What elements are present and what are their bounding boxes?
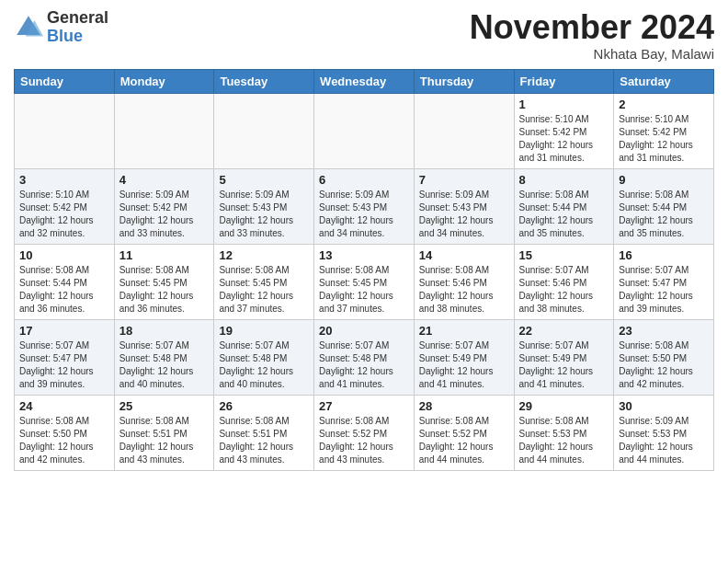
day-number: 21: [419, 324, 509, 338]
day-number: 17: [19, 324, 109, 338]
day-number: 23: [619, 324, 709, 338]
day-info: Sunrise: 5:09 AM Sunset: 5:42 PM Dayligh…: [119, 189, 210, 240]
calendar-cell-w1-d7: 2Sunrise: 5:10 AM Sunset: 5:42 PM Daylig…: [614, 93, 714, 168]
day-info: Sunrise: 5:07 AM Sunset: 5:48 PM Dayligh…: [219, 339, 309, 391]
calendar-cell-w4-d7: 23Sunrise: 5:08 AM Sunset: 5:50 PM Dayli…: [614, 319, 714, 395]
day-number: 30: [619, 399, 709, 413]
day-number: 27: [319, 399, 409, 413]
day-number: 22: [519, 324, 609, 338]
day-number: 15: [519, 248, 609, 262]
calendar-cell-w2-d7: 9Sunrise: 5:08 AM Sunset: 5:44 PM Daylig…: [614, 168, 714, 244]
day-info: Sunrise: 5:08 AM Sunset: 5:50 PM Dayligh…: [19, 415, 109, 466]
day-number: 14: [419, 248, 509, 262]
col-tuesday: Tuesday: [214, 69, 314, 93]
col-monday: Monday: [114, 69, 214, 93]
day-info: Sunrise: 5:10 AM Sunset: 5:42 PM Dayligh…: [519, 113, 609, 165]
calendar-cell-w2-d6: 8Sunrise: 5:08 AM Sunset: 5:44 PM Daylig…: [514, 168, 614, 244]
calendar-cell-w1-d5: [414, 93, 514, 168]
calendar-cell-w5-d2: 25Sunrise: 5:08 AM Sunset: 5:51 PM Dayli…: [114, 395, 214, 470]
day-info: Sunrise: 5:09 AM Sunset: 5:43 PM Dayligh…: [419, 189, 509, 240]
calendar-cell-w1-d4: [314, 93, 415, 168]
calendar-week-5: 24Sunrise: 5:08 AM Sunset: 5:50 PM Dayli…: [15, 395, 714, 470]
calendar-cell-w1-d2: [114, 93, 214, 168]
col-thursday: Thursday: [414, 69, 514, 93]
day-info: Sunrise: 5:08 AM Sunset: 5:51 PM Dayligh…: [219, 415, 309, 466]
calendar-cell-w3-d6: 15Sunrise: 5:07 AM Sunset: 5:46 PM Dayli…: [514, 244, 614, 319]
calendar-cell-w1-d6: 1Sunrise: 5:10 AM Sunset: 5:42 PM Daylig…: [514, 93, 614, 168]
day-info: Sunrise: 5:08 AM Sunset: 5:45 PM Dayligh…: [319, 264, 409, 316]
day-info: Sunrise: 5:08 AM Sunset: 5:44 PM Dayligh…: [19, 264, 109, 316]
day-number: 25: [119, 399, 210, 413]
calendar-week-2: 3Sunrise: 5:10 AM Sunset: 5:42 PM Daylig…: [15, 168, 714, 244]
day-number: 16: [619, 248, 709, 262]
calendar-cell-w4-d2: 18Sunrise: 5:07 AM Sunset: 5:48 PM Dayli…: [114, 319, 214, 395]
day-info: Sunrise: 5:07 AM Sunset: 5:47 PM Dayligh…: [19, 339, 109, 391]
col-sunday: Sunday: [15, 69, 115, 93]
day-number: 2: [619, 98, 709, 111]
day-number: 1: [519, 98, 609, 111]
day-info: Sunrise: 5:08 AM Sunset: 5:50 PM Dayligh…: [619, 339, 709, 391]
day-info: Sunrise: 5:08 AM Sunset: 5:46 PM Dayligh…: [419, 264, 509, 316]
col-friday: Friday: [514, 69, 614, 93]
calendar-cell-w4-d3: 19Sunrise: 5:07 AM Sunset: 5:48 PM Dayli…: [214, 319, 314, 395]
col-wednesday: Wednesday: [314, 69, 415, 93]
calendar-cell-w5-d1: 24Sunrise: 5:08 AM Sunset: 5:50 PM Dayli…: [15, 395, 115, 470]
day-info: Sunrise: 5:08 AM Sunset: 5:44 PM Dayligh…: [619, 189, 709, 240]
calendar-cell-w4-d6: 22Sunrise: 5:07 AM Sunset: 5:49 PM Dayli…: [514, 319, 614, 395]
calendar-cell-w1-d3: [214, 93, 314, 168]
calendar-cell-w2-d3: 5Sunrise: 5:09 AM Sunset: 5:43 PM Daylig…: [214, 168, 314, 244]
day-number: 19: [219, 324, 309, 338]
day-info: Sunrise: 5:08 AM Sunset: 5:52 PM Dayligh…: [419, 415, 509, 466]
day-info: Sunrise: 5:08 AM Sunset: 5:52 PM Dayligh…: [319, 415, 409, 466]
calendar-cell-w5-d5: 28Sunrise: 5:08 AM Sunset: 5:52 PM Dayli…: [414, 395, 514, 470]
page: General Blue November 2024 Nkhata Bay, M…: [0, 0, 728, 485]
day-number: 29: [519, 399, 609, 413]
day-info: Sunrise: 5:07 AM Sunset: 5:48 PM Dayligh…: [119, 339, 210, 391]
month-year: November 2024: [470, 9, 714, 46]
calendar-week-1: 1Sunrise: 5:10 AM Sunset: 5:42 PM Daylig…: [15, 93, 714, 168]
day-info: Sunrise: 5:08 AM Sunset: 5:45 PM Dayligh…: [119, 264, 210, 316]
day-number: 6: [319, 173, 409, 187]
day-info: Sunrise: 5:10 AM Sunset: 5:42 PM Dayligh…: [619, 113, 709, 165]
day-info: Sunrise: 5:07 AM Sunset: 5:48 PM Dayligh…: [319, 339, 409, 391]
calendar-cell-w3-d4: 13Sunrise: 5:08 AM Sunset: 5:45 PM Dayli…: [314, 244, 415, 319]
calendar-cell-w4-d4: 20Sunrise: 5:07 AM Sunset: 5:48 PM Dayli…: [314, 319, 415, 395]
day-number: 7: [419, 173, 509, 187]
day-number: 10: [19, 248, 109, 262]
logo-general-text: General: [47, 9, 108, 28]
calendar-cell-w2-d5: 7Sunrise: 5:09 AM Sunset: 5:43 PM Daylig…: [414, 168, 514, 244]
calendar-cell-w5-d3: 26Sunrise: 5:08 AM Sunset: 5:51 PM Dayli…: [214, 395, 314, 470]
day-info: Sunrise: 5:10 AM Sunset: 5:42 PM Dayligh…: [19, 189, 109, 240]
calendar-week-4: 17Sunrise: 5:07 AM Sunset: 5:47 PM Dayli…: [15, 319, 714, 395]
title-block: November 2024 Nkhata Bay, Malawi: [470, 9, 714, 62]
day-number: 9: [619, 173, 709, 187]
calendar-cell-w5-d4: 27Sunrise: 5:08 AM Sunset: 5:52 PM Dayli…: [314, 395, 415, 470]
day-info: Sunrise: 5:07 AM Sunset: 5:46 PM Dayligh…: [519, 264, 609, 316]
day-number: 13: [319, 248, 409, 262]
calendar-table: Sunday Monday Tuesday Wednesday Thursday…: [14, 69, 714, 471]
calendar-cell-w4-d5: 21Sunrise: 5:07 AM Sunset: 5:49 PM Dayli…: [414, 319, 514, 395]
calendar-cell-w3-d2: 11Sunrise: 5:08 AM Sunset: 5:45 PM Dayli…: [114, 244, 214, 319]
day-number: 20: [319, 324, 409, 338]
calendar-cell-w5-d6: 29Sunrise: 5:08 AM Sunset: 5:53 PM Dayli…: [514, 395, 614, 470]
day-info: Sunrise: 5:07 AM Sunset: 5:49 PM Dayligh…: [419, 339, 509, 391]
calendar-cell-w3-d1: 10Sunrise: 5:08 AM Sunset: 5:44 PM Dayli…: [15, 244, 115, 319]
logo-icon: [14, 13, 43, 42]
day-info: Sunrise: 5:08 AM Sunset: 5:44 PM Dayligh…: [519, 189, 609, 240]
calendar-cell-w2-d2: 4Sunrise: 5:09 AM Sunset: 5:42 PM Daylig…: [114, 168, 214, 244]
logo-blue-text: Blue: [47, 28, 108, 46]
day-number: 8: [519, 173, 609, 187]
day-info: Sunrise: 5:09 AM Sunset: 5:43 PM Dayligh…: [219, 189, 309, 240]
logo-text: General Blue: [47, 9, 108, 46]
day-info: Sunrise: 5:07 AM Sunset: 5:47 PM Dayligh…: [619, 264, 709, 316]
logo: General Blue: [14, 9, 108, 46]
calendar-cell-w4-d1: 17Sunrise: 5:07 AM Sunset: 5:47 PM Dayli…: [15, 319, 115, 395]
day-number: 26: [219, 399, 309, 413]
day-info: Sunrise: 5:08 AM Sunset: 5:53 PM Dayligh…: [519, 415, 609, 466]
day-info: Sunrise: 5:08 AM Sunset: 5:45 PM Dayligh…: [219, 264, 309, 316]
calendar-cell-w3-d3: 12Sunrise: 5:08 AM Sunset: 5:45 PM Dayli…: [214, 244, 314, 319]
day-number: 11: [119, 248, 210, 262]
location: Nkhata Bay, Malawi: [470, 46, 714, 62]
day-number: 28: [419, 399, 509, 413]
day-info: Sunrise: 5:09 AM Sunset: 5:43 PM Dayligh…: [319, 189, 409, 240]
